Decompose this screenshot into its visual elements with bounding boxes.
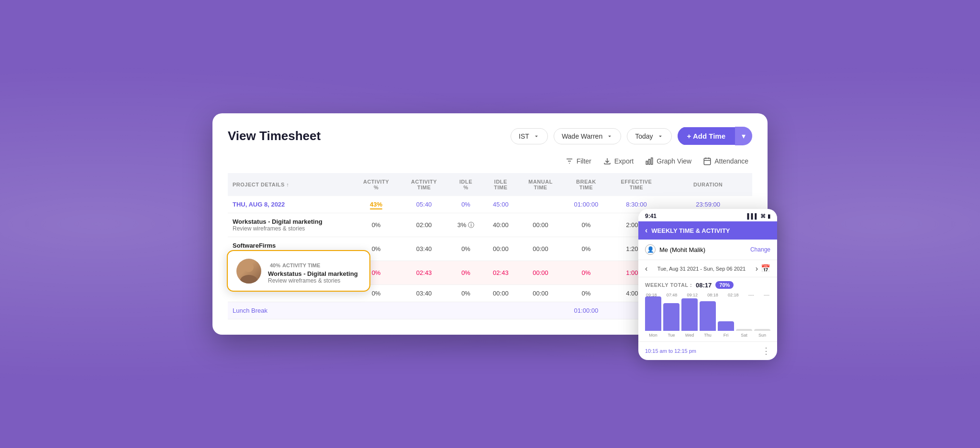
dots-menu[interactable]: ⋮ <box>762 346 770 356</box>
date-break-time: 01:00:00 <box>563 196 609 213</box>
battery-icon: ▮ <box>768 213 770 219</box>
chart-bars: Mon Tue Wed Thu Fri <box>645 299 770 338</box>
chart-bar-fri: Fri <box>718 321 734 338</box>
tooltip-sub: Review wireframes & stories <box>268 277 358 284</box>
col-duration: DURATION <box>664 173 752 196</box>
chart-bar-sun: Sun <box>754 329 770 338</box>
page-title: View Timesheet <box>228 129 511 143</box>
col-project: PROJECT DETAILS ↑ <box>228 173 352 196</box>
wifi-icon: ⌘ <box>760 213 766 219</box>
chart-bar-sat: Sat <box>736 329 752 338</box>
svg-point-11 <box>240 275 257 284</box>
tooltip-pct: 40%ACTIVITY TIME <box>268 258 358 270</box>
back-arrow[interactable]: ‹ <box>645 226 647 235</box>
svg-rect-3 <box>646 161 648 164</box>
date-idle-time: 45:00 <box>484 196 518 213</box>
export-button[interactable]: Export <box>603 157 634 165</box>
main-card: View Timesheet IST Wade Warren Today + A… <box>212 113 768 335</box>
date-idle-pct: 0% <box>448 196 484 213</box>
time-range-row: 10:15 am to 12:15 pm ⋮ <box>638 341 777 360</box>
col-manual-time: MANUALTIME <box>518 173 563 196</box>
next-week-button[interactable]: › <box>756 264 758 273</box>
date-manual-time <box>518 196 563 213</box>
add-time-button[interactable]: + Add Time ▾ <box>678 127 752 145</box>
date-label: THU, AUG 8, 2022 <box>228 196 352 213</box>
col-break-time: BREAKTIME <box>563 173 609 196</box>
prev-week-button[interactable]: ‹ <box>645 264 647 273</box>
svg-rect-6 <box>704 158 711 165</box>
tooltip-info: 40%ACTIVITY TIME Workstatus - Digital ma… <box>268 258 358 284</box>
header-controls: IST Wade Warren Today + Add Time ▾ <box>511 127 752 145</box>
user-dropdown[interactable]: Wade Warren <box>554 128 621 144</box>
attendance-button[interactable]: Attendance <box>703 157 748 165</box>
lunch-label: Lunch Break <box>228 302 352 319</box>
user-icon: 👤 <box>645 244 656 255</box>
page-header: View Timesheet IST Wade Warren Today + A… <box>228 127 752 145</box>
col-effective-time: EFFECTIVETIME <box>609 173 664 196</box>
activity-tooltip: 40%ACTIVITY TIME Workstatus - Digital ma… <box>227 250 370 292</box>
weekly-total-row: WEEKLY TOTAL : 08:17 70% <box>638 277 777 291</box>
mobile-date-nav: ‹ Tue, Aug 31 2021 - Sun, Sep 06 2021 › … <box>638 260 777 277</box>
calendar-icon[interactable]: 📅 <box>761 264 770 273</box>
tooltip-project: Workstatus - Digital marketing <box>268 270 358 277</box>
change-link[interactable]: Change <box>750 246 770 253</box>
mobile-overlay: 9:41 ▌▌▌ ⌘ ▮ ‹ WEEKLY TIME & ACTIVITY 👤 … <box>638 209 777 360</box>
weekly-chart: 09:18 07:48 09:12 08:18 02:18 ---- ---- … <box>638 291 777 341</box>
filter-button[interactable]: Filter <box>565 157 591 165</box>
period-dropdown[interactable]: Today <box>627 128 671 144</box>
table-header-row: PROJECT DETAILS ↑ ACTIVITY% ACTIVITYTIME… <box>228 173 752 196</box>
timezone-dropdown[interactable]: IST <box>511 128 548 144</box>
svg-rect-5 <box>651 158 653 164</box>
chart-bar-mon: Mon <box>645 296 661 338</box>
mobile-status-bar: 9:41 ▌▌▌ ⌘ ▮ <box>638 209 777 221</box>
project-cell: Workstatus - Digital marketing Review wi… <box>228 213 352 237</box>
toolbar: Filter Export Graph View Attendance <box>228 157 752 165</box>
col-idle-pct: IDLE% <box>448 173 484 196</box>
col-activity-pct: ACTIVITY% <box>352 173 400 196</box>
mobile-header: ‹ WEEKLY TIME & ACTIVITY <box>638 221 777 240</box>
chart-bar-thu: Thu <box>700 301 716 338</box>
date-activity-time: 05:40 <box>400 196 448 213</box>
graph-view-button[interactable]: Graph View <box>645 157 691 165</box>
mobile-user-row: 👤 Me (Mohit Malik) Change <box>638 240 777 260</box>
add-time-main[interactable]: + Add Time <box>678 127 735 145</box>
col-idle-time: IDLETIME <box>484 173 518 196</box>
svg-rect-4 <box>649 159 650 164</box>
chart-labels-top: 09:18 07:48 09:12 08:18 02:18 ---- ---- <box>645 293 770 297</box>
signal-icon: ▌▌▌ <box>747 213 758 219</box>
chart-bar-tue: Tue <box>663 303 679 338</box>
add-time-arrow[interactable]: ▾ <box>735 127 752 145</box>
col-activity-time: ACTIVITYTIME <box>400 173 448 196</box>
tooltip-avatar <box>236 259 261 284</box>
svg-point-10 <box>244 262 254 272</box>
date-activity-pct: 43% <box>352 196 400 213</box>
chart-bar-wed: Wed <box>681 298 698 338</box>
